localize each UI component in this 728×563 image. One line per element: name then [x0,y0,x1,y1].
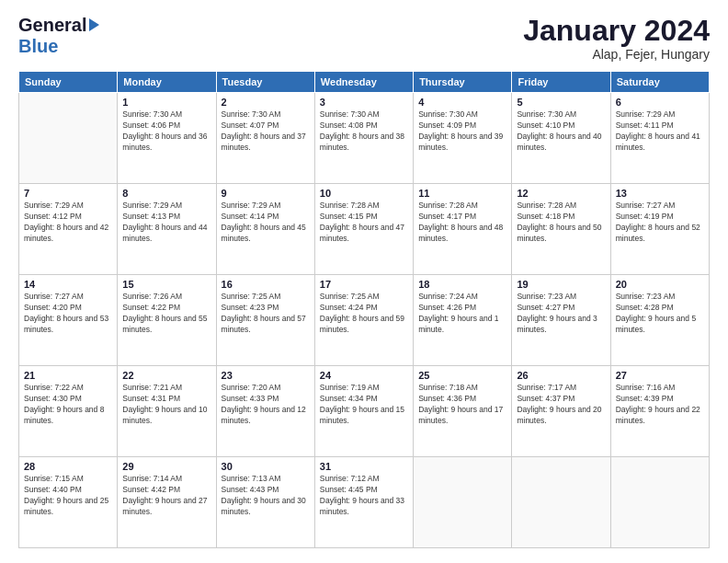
day-number: 9 [222,188,310,199]
day-info: Sunrise: 7:21 AM Sunset: 4:31 PM Dayligh… [122,383,210,427]
calendar-week-row: 7 Sunrise: 7:29 AM Sunset: 4:12 PM Dayli… [19,184,710,275]
logo-general: General [18,15,86,36]
day-number: 17 [320,279,408,290]
calendar-week-row: 21 Sunrise: 7:22 AM Sunset: 4:30 PM Dayl… [19,366,710,457]
day-number: 5 [517,97,605,108]
header-tuesday: Tuesday [216,72,314,93]
day-info: Sunrise: 7:29 AM Sunset: 4:12 PM Dayligh… [24,201,112,245]
header-sunday: Sunday [19,72,118,93]
month-title: January 2024 [523,15,710,47]
day-number: 14 [24,279,112,290]
table-row: 22 Sunrise: 7:21 AM Sunset: 4:31 PM Dayl… [118,366,216,457]
table-row: 24 Sunrise: 7:19 AM Sunset: 4:34 PM Dayl… [314,366,413,457]
day-number: 6 [616,97,704,108]
table-row [19,93,118,184]
table-row: 21 Sunrise: 7:22 AM Sunset: 4:30 PM Dayl… [19,366,118,457]
day-number: 2 [222,97,310,108]
logo: General Blue [18,15,99,57]
day-info: Sunrise: 7:13 AM Sunset: 4:43 PM Dayligh… [222,474,310,518]
day-info: Sunrise: 7:30 AM Sunset: 4:06 PM Dayligh… [122,109,210,154]
day-number: 15 [122,279,210,290]
day-number: 23 [222,370,310,381]
page: General Blue January 2024 Alap, Fejer, H… [0,0,728,563]
weekday-header-row: Sunday Monday Tuesday Wednesday Thursday… [19,72,710,93]
table-row: 1 Sunrise: 7:30 AM Sunset: 4:06 PM Dayli… [118,93,216,184]
header-wednesday: Wednesday [314,72,413,93]
table-row [512,457,610,548]
day-number: 13 [616,188,704,199]
table-row: 30 Sunrise: 7:13 AM Sunset: 4:43 PM Dayl… [216,457,314,548]
table-row: 8 Sunrise: 7:29 AM Sunset: 4:13 PM Dayli… [118,184,216,275]
table-row: 16 Sunrise: 7:25 AM Sunset: 4:23 PM Dayl… [216,275,314,366]
header-monday: Monday [118,72,216,93]
day-number: 10 [320,188,408,199]
day-number: 12 [517,188,605,199]
day-number: 20 [616,279,704,290]
header: General Blue January 2024 Alap, Fejer, H… [18,15,710,62]
day-info: Sunrise: 7:23 AM Sunset: 4:28 PM Dayligh… [616,292,704,336]
table-row [610,457,709,548]
day-info: Sunrise: 7:12 AM Sunset: 4:45 PM Dayligh… [320,474,408,518]
table-row: 11 Sunrise: 7:28 AM Sunset: 4:17 PM Dayl… [414,184,512,275]
table-row: 13 Sunrise: 7:27 AM Sunset: 4:19 PM Dayl… [610,184,709,275]
table-row: 3 Sunrise: 7:30 AM Sunset: 4:08 PM Dayli… [314,93,413,184]
day-number: 16 [222,279,310,290]
day-info: Sunrise: 7:26 AM Sunset: 4:22 PM Dayligh… [122,292,210,336]
table-row: 7 Sunrise: 7:29 AM Sunset: 4:12 PM Dayli… [19,184,118,275]
table-row: 26 Sunrise: 7:17 AM Sunset: 4:37 PM Dayl… [512,366,610,457]
day-number: 27 [616,370,704,381]
day-number: 31 [320,461,408,472]
day-info: Sunrise: 7:29 AM Sunset: 4:11 PM Dayligh… [616,109,704,154]
day-number: 3 [320,97,408,108]
day-number: 4 [418,97,506,108]
day-info: Sunrise: 7:29 AM Sunset: 4:13 PM Dayligh… [122,201,210,245]
day-info: Sunrise: 7:30 AM Sunset: 4:07 PM Dayligh… [222,109,310,154]
location: Alap, Fejer, Hungary [523,47,710,62]
day-info: Sunrise: 7:30 AM Sunset: 4:09 PM Dayligh… [418,109,506,154]
table-row [414,457,512,548]
table-row: 20 Sunrise: 7:23 AM Sunset: 4:28 PM Dayl… [610,275,709,366]
day-info: Sunrise: 7:25 AM Sunset: 4:24 PM Dayligh… [320,292,408,336]
day-number: 26 [517,370,605,381]
calendar-week-row: 14 Sunrise: 7:27 AM Sunset: 4:20 PM Dayl… [19,275,710,366]
day-info: Sunrise: 7:27 AM Sunset: 4:19 PM Dayligh… [616,201,704,245]
day-number: 7 [24,188,112,199]
table-row: 9 Sunrise: 7:29 AM Sunset: 4:14 PM Dayli… [216,184,314,275]
day-number: 8 [122,188,210,199]
table-row: 19 Sunrise: 7:23 AM Sunset: 4:27 PM Dayl… [512,275,610,366]
day-info: Sunrise: 7:16 AM Sunset: 4:39 PM Dayligh… [616,383,704,427]
day-info: Sunrise: 7:28 AM Sunset: 4:17 PM Dayligh… [418,201,506,245]
day-info: Sunrise: 7:27 AM Sunset: 4:20 PM Dayligh… [24,292,112,336]
day-info: Sunrise: 7:25 AM Sunset: 4:23 PM Dayligh… [222,292,310,336]
day-info: Sunrise: 7:22 AM Sunset: 4:30 PM Dayligh… [24,383,112,427]
table-row: 10 Sunrise: 7:28 AM Sunset: 4:15 PM Dayl… [314,184,413,275]
day-number: 28 [24,461,112,472]
table-row: 25 Sunrise: 7:18 AM Sunset: 4:36 PM Dayl… [414,366,512,457]
day-info: Sunrise: 7:30 AM Sunset: 4:10 PM Dayligh… [517,109,605,154]
table-row: 29 Sunrise: 7:14 AM Sunset: 4:42 PM Dayl… [118,457,216,548]
day-number: 19 [517,279,605,290]
table-row: 14 Sunrise: 7:27 AM Sunset: 4:20 PM Dayl… [19,275,118,366]
day-number: 25 [418,370,506,381]
calendar-week-row: 1 Sunrise: 7:30 AM Sunset: 4:06 PM Dayli… [19,93,710,184]
table-row: 4 Sunrise: 7:30 AM Sunset: 4:09 PM Dayli… [414,93,512,184]
logo-triangle-icon [89,18,99,31]
day-info: Sunrise: 7:30 AM Sunset: 4:08 PM Dayligh… [320,109,408,154]
day-number: 30 [222,461,310,472]
table-row: 18 Sunrise: 7:24 AM Sunset: 4:26 PM Dayl… [414,275,512,366]
day-number: 29 [122,461,210,472]
day-info: Sunrise: 7:28 AM Sunset: 4:18 PM Dayligh… [517,201,605,245]
day-info: Sunrise: 7:28 AM Sunset: 4:15 PM Dayligh… [320,201,408,245]
day-info: Sunrise: 7:24 AM Sunset: 4:26 PM Dayligh… [418,292,506,336]
day-info: Sunrise: 7:18 AM Sunset: 4:36 PM Dayligh… [418,383,506,427]
day-info: Sunrise: 7:29 AM Sunset: 4:14 PM Dayligh… [222,201,310,245]
table-row: 15 Sunrise: 7:26 AM Sunset: 4:22 PM Dayl… [118,275,216,366]
day-info: Sunrise: 7:20 AM Sunset: 4:33 PM Dayligh… [222,383,310,427]
table-row: 5 Sunrise: 7:30 AM Sunset: 4:10 PM Dayli… [512,93,610,184]
header-saturday: Saturday [610,72,709,93]
table-row: 2 Sunrise: 7:30 AM Sunset: 4:07 PM Dayli… [216,93,314,184]
day-info: Sunrise: 7:14 AM Sunset: 4:42 PM Dayligh… [122,474,210,518]
table-row: 28 Sunrise: 7:15 AM Sunset: 4:40 PM Dayl… [19,457,118,548]
day-info: Sunrise: 7:17 AM Sunset: 4:37 PM Dayligh… [517,383,605,427]
day-info: Sunrise: 7:15 AM Sunset: 4:40 PM Dayligh… [24,474,112,518]
